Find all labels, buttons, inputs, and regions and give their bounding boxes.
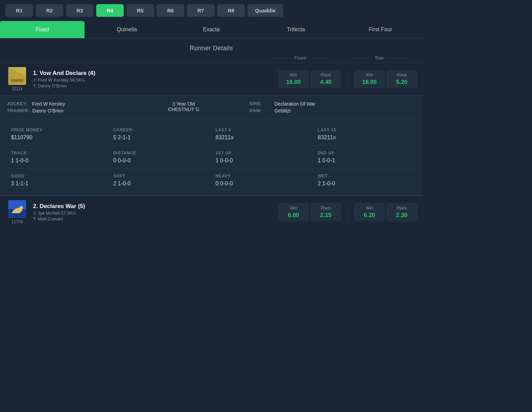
wet-value: 2 1-0-0 — [318, 181, 412, 187]
prize-money-value: $110790 — [11, 134, 105, 141]
svg-rect-3 — [11, 79, 23, 82]
good-value: 3 1-1-1 — [11, 181, 105, 187]
runner-2-silk: 11759 — [5, 200, 29, 224]
runner-2-row: 11759 2. Declares War (5) J: Jye McNeil … — [0, 195, 423, 228]
runner-2-tote-place-value: 2.30 — [388, 212, 416, 219]
good-cell: GOOD 3 1-1-1 — [7, 169, 109, 192]
runner-2-fixed-place-value: 2.15 — [312, 212, 340, 219]
last15-label: LAST 15 — [318, 128, 412, 132]
career-cell: CAREER: 5 2-1-1 — [109, 123, 212, 146]
last6-label: LAST 6 — [215, 128, 310, 132]
track-cell: TRACK 1 1-0-0 — [7, 146, 109, 169]
runner-row: 3211x 1. Vow And Declare (4) J: Fred W K… — [0, 63, 423, 95]
runner-1-sire-value: Declaration Of War — [275, 101, 315, 107]
race-tab-r7[interactable]: R7 — [187, 4, 214, 17]
runner-1-jockey: J: Fred W Kersley 58.5KG — [33, 77, 274, 83]
runner-1-tote-win-box[interactable]: Win 18.00 — [354, 70, 385, 88]
second-up-label: 2ND UP — [318, 151, 412, 155]
race-tab-r3[interactable]: R3 — [66, 4, 93, 17]
runner-1-jockey-detail: JOCKEY: Fred W Kersley — [7, 101, 118, 107]
bet-tab-fixed[interactable]: Fixed — [0, 21, 85, 38]
wet-label: WET — [318, 174, 412, 178]
distance-cell: DISTANCE 0 0-0-0 — [109, 146, 212, 169]
tote-win-label: Win — [355, 73, 384, 77]
prize-money-cell: PRIZE MONEY $110790 — [7, 123, 109, 146]
runner-2-fixed-win-value: 6.00 — [279, 212, 308, 219]
runner-2-tote-win-box[interactable]: Win 6.20 — [354, 203, 385, 221]
runner-2-odds-separator — [347, 204, 348, 221]
runner-1-jockey-trainer-col: JOCKEY: Fred W Kersley TRAINER: Danny O'… — [7, 101, 118, 115]
bet-tab-firstfour[interactable]: First Four — [338, 21, 423, 38]
runner-2-tote-place-box[interactable]: Place 2.30 — [386, 203, 417, 221]
bet-tab-quinella[interactable]: Quinella — [85, 21, 169, 38]
runner-1-sire-dam-col: SIRE: Declaration Of War DAM: Geblitzt — [250, 101, 416, 115]
runner-2-tote-win-label: Win — [355, 206, 384, 210]
race-tab-r2[interactable]: R2 — [36, 4, 63, 17]
runner-1-trainer: T: Danny O'Brien — [33, 83, 274, 88]
runner-2-tote-place-label: Place — [388, 206, 416, 210]
last6-value: 83211x — [215, 134, 310, 141]
prize-money-label: PRIZE MONEY — [11, 128, 105, 132]
runner-1-tote-place-box[interactable]: Place 5.20 — [386, 70, 417, 88]
runner-1-dam-value: Geblitzt — [275, 108, 291, 113]
race-tab-r1[interactable]: R1 — [5, 4, 33, 17]
odds-header-fixed: Fixed — [263, 55, 338, 61]
odds-header-row: Fixed Tote — [0, 55, 423, 63]
runner-2-silk-image — [8, 200, 26, 218]
fixed-win-label: Win — [279, 73, 308, 77]
runner-2-name: 2. Declares War (5) — [33, 203, 274, 210]
runner-2-jockey: J: Jye McNeil 57.5KG — [33, 210, 274, 216]
career-value: 5 2-1-1 — [113, 134, 208, 141]
runner-1-tote-place-value: 5.20 — [388, 79, 416, 86]
runner-1-trainer-detail: TRAINER: Danny O'Brien — [7, 108, 118, 113]
bet-tab-exacta[interactable]: Exacta — [169, 21, 254, 38]
race-tab-r5[interactable]: R5 — [126, 4, 154, 17]
runner-2-info: 2. Declares War (5) J: Jye McNeil 57.5KG… — [33, 203, 274, 221]
heavy-cell: HEAVY 0 0-0-0 — [211, 169, 314, 192]
runner-2-fixed-place-box[interactable]: Place 2.15 — [310, 203, 341, 221]
runner-2-fixed-win-box[interactable]: Win 6.00 — [278, 203, 309, 221]
bet-tabs-container: Fixed Quinella Exacta Trifecta First Fou… — [0, 21, 423, 39]
runner-2-form: 11759 — [5, 219, 29, 224]
runner-1-name: 1. Vow And Declare (4) — [33, 70, 274, 77]
heavy-value: 0 0-0-0 — [215, 181, 310, 187]
last6-cell: LAST 6 83211x — [211, 123, 314, 146]
last15-value: 83211x — [318, 134, 412, 141]
runner-2-fixed-place-label: Place — [312, 206, 340, 210]
first-up-value: 1 0-0-0 — [215, 158, 310, 164]
tote-place-label: Place — [388, 73, 416, 77]
track-label: TRACK — [11, 151, 105, 155]
runner-1-fixed-odds: Win 16.00 Place 4.40 — [278, 70, 341, 88]
second-up-cell: 2ND UP 1 0-0-1 — [314, 146, 416, 169]
svg-point-6 — [20, 206, 23, 209]
bet-tab-trifecta[interactable]: Trifecta — [254, 21, 338, 38]
first-up-label: 1ST UP — [215, 151, 310, 155]
runner-1-dam-detail: DAM: Geblitzt — [250, 108, 416, 113]
runner-1-age-color-col: 3 Year Old CHESTNUT G — [128, 101, 239, 115]
runner-2-tote-odds: Win 6.20 Place 2.30 — [354, 203, 417, 221]
race-tab-r4[interactable]: R4 — [96, 4, 124, 17]
sire-label: SIRE: — [250, 101, 272, 107]
race-tab-r6[interactable]: R6 — [157, 4, 184, 17]
jockey-label: JOCKEY: — [7, 101, 29, 107]
distance-label: DISTANCE — [113, 151, 208, 155]
runner-2-fixed-odds: Win 6.00 Place 2.15 — [278, 203, 341, 221]
runner-2-trainer: T: Matt Cumani — [33, 216, 274, 221]
runner-1-fixed-win-value: 16.00 — [279, 79, 308, 86]
runner-1-fixed-place-box[interactable]: Place 4.40 — [310, 70, 341, 88]
first-up-cell: 1ST UP 1 0-0-0 — [211, 146, 314, 169]
wet-cell: WET 2 1-0-0 — [314, 169, 416, 192]
runner-1-fixed-place-value: 4.40 — [312, 79, 340, 86]
runner-1-fixed-win-box[interactable]: Win 16.00 — [278, 70, 309, 88]
race-tabs-container: R1 R2 R3 R4 R5 R6 R7 R8 Quaddie — [0, 0, 423, 21]
runner-1-info: 1. Vow And Declare (4) J: Fred W Kersley… — [33, 70, 274, 88]
heavy-label: HEAVY — [215, 174, 310, 178]
good-label: GOOD — [11, 174, 105, 178]
runner-1-age: 3 Year Old — [128, 101, 239, 107]
track-value: 1 1-0-0 — [11, 158, 105, 164]
last15-cell: LAST 15 83211x — [314, 123, 416, 146]
runner-1-sire-detail: SIRE: Declaration Of War — [250, 101, 416, 107]
runner-1-tote-win-value: 18.00 — [355, 79, 384, 86]
race-tab-quaddie[interactable]: Quaddie — [247, 4, 283, 17]
race-tab-r8[interactable]: R8 — [217, 4, 245, 17]
